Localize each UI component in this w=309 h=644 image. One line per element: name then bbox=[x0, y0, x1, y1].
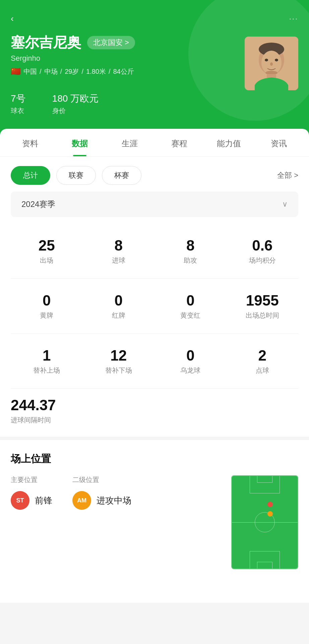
stat-minutes-num: 1955 bbox=[231, 292, 295, 309]
filter-row: 总计 联赛 杯赛 全部 > bbox=[11, 157, 298, 192]
stat-subin-desc: 替补上场 bbox=[15, 366, 79, 375]
tab-ziliao[interactable]: 资料 bbox=[5, 129, 55, 156]
stat-subin-num: 1 bbox=[15, 347, 79, 364]
stat-owngoal-num: 0 bbox=[159, 347, 223, 364]
stat-assists-desc: 助攻 bbox=[159, 256, 223, 265]
filter-total[interactable]: 总计 bbox=[11, 166, 50, 185]
tab-shuju[interactable]: 数据 bbox=[55, 129, 105, 156]
stat-subin: 1 替补上场 bbox=[11, 338, 83, 384]
soccer-field bbox=[231, 475, 298, 569]
nationality: 中国 bbox=[23, 67, 37, 76]
jersey-stat: 7号 球衣 bbox=[11, 86, 25, 115]
market-label: 身价 bbox=[52, 106, 99, 115]
secondary-label: 二级位置 bbox=[72, 475, 131, 484]
filter-league[interactable]: 联赛 bbox=[56, 166, 96, 185]
secondary-col: 二级位置 AM 进攻中场 bbox=[72, 475, 131, 515]
position-title: 场上位置 bbox=[0, 440, 309, 475]
chevron-down-icon: ∨ bbox=[282, 200, 288, 209]
market-value: 180 万欧元 bbox=[52, 86, 99, 106]
main-content: 总计 联赛 杯赛 全部 > 2024赛季 ∨ 25 出场 8 进球 8 助攻 bbox=[0, 157, 309, 437]
value-unit: 万欧元 bbox=[68, 94, 98, 104]
position-block: 场上位置 主要位置 ST 前锋 二级位置 AM bbox=[0, 437, 309, 583]
stat-minutes-desc: 出场总时间 bbox=[231, 311, 295, 320]
tabs-container: 资料 数据 生涯 赛程 能力值 资讯 总计 联赛 杯赛 全部 > 2024赛季 … bbox=[0, 129, 309, 437]
field-goal-bottom bbox=[257, 562, 272, 569]
stat-yellow2red-desc: 黄变红 bbox=[159, 311, 223, 320]
stat-penalty-desc: 点球 bbox=[231, 366, 295, 375]
am-name: 进攻中场 bbox=[97, 495, 131, 506]
stat-yellow: 0 黄牌 bbox=[11, 283, 83, 329]
attr-sep1: / bbox=[40, 68, 42, 75]
tab-bar: 资料 数据 生涯 赛程 能力值 资讯 bbox=[0, 129, 309, 157]
stat-subout-num: 12 bbox=[87, 347, 151, 364]
position-section: 主要位置 ST 前锋 二级位置 AM 进攻中场 bbox=[0, 475, 309, 583]
stat-red: 0 红牌 bbox=[83, 283, 155, 329]
avatar-image bbox=[245, 37, 298, 90]
stat-avg-score-desc: 场均积分 bbox=[231, 256, 295, 265]
interval-num: 244.37 bbox=[11, 397, 298, 414]
position-dot-am bbox=[267, 511, 273, 517]
hero-info: 塞尔吉尼奥 北京国安 > Serginho 🇨🇳 中国 / 中场 / 29岁 /… bbox=[11, 33, 245, 115]
jersey-sub: 球衣 bbox=[11, 106, 25, 115]
tab-shengya[interactable]: 生涯 bbox=[105, 129, 154, 156]
stat-assists-num: 8 bbox=[159, 237, 223, 254]
player-avatar bbox=[245, 37, 298, 90]
more-button[interactable]: ··· bbox=[289, 14, 298, 23]
name-row: 塞尔吉尼奥 北京国安 > bbox=[11, 33, 245, 52]
nav-bar: ‹ ··· bbox=[11, 13, 298, 24]
position-info: 主要位置 ST 前锋 二级位置 AM 进攻中场 bbox=[11, 475, 218, 515]
stat-red-desc: 红牌 bbox=[87, 311, 151, 320]
back-button[interactable]: ‹ bbox=[11, 13, 14, 24]
jersey-label: 号 bbox=[16, 93, 25, 104]
svg-point-3 bbox=[261, 51, 282, 75]
am-badge: AM bbox=[72, 491, 91, 510]
height: 1.80米 bbox=[86, 67, 106, 76]
tab-zixun[interactable]: 资讯 bbox=[254, 129, 304, 156]
pos-item-st: ST 前锋 bbox=[11, 491, 52, 510]
attr-sep2: / bbox=[60, 68, 62, 75]
svg-point-1 bbox=[259, 45, 284, 75]
stat-appearances: 25 出场 bbox=[11, 228, 83, 274]
stats-row-3: 1 替补上场 12 替补下场 0 乌龙球 2 点球 bbox=[11, 338, 298, 384]
stat-goals-desc: 进球 bbox=[87, 256, 151, 265]
bottom-spacer bbox=[0, 583, 309, 603]
stats-row-1: 25 出场 8 进球 8 助攻 0.6 场均积分 bbox=[11, 228, 298, 274]
divider-1 bbox=[11, 278, 298, 279]
stat-owngoal: 0 乌龙球 bbox=[154, 338, 227, 384]
position: 中场 bbox=[44, 67, 58, 76]
tab-nenglizhi[interactable]: 能力值 bbox=[204, 129, 254, 156]
tab-saicheng[interactable]: 赛程 bbox=[154, 129, 204, 156]
stat-red-num: 0 bbox=[87, 292, 151, 309]
svg-point-7 bbox=[265, 71, 277, 75]
interval-stat: 244.37 进球间隔时间 bbox=[11, 393, 298, 437]
divider-2 bbox=[11, 333, 298, 334]
flag-icon: 🇨🇳 bbox=[11, 67, 21, 76]
stat-subout-desc: 替补下场 bbox=[87, 366, 151, 375]
club-badge[interactable]: 北京国安 > bbox=[87, 36, 135, 49]
svg-point-4 bbox=[265, 59, 268, 61]
player-name: 塞尔吉尼奥 bbox=[11, 33, 81, 52]
svg-rect-0 bbox=[245, 37, 298, 90]
position-content: 主要位置 ST 前锋 二级位置 AM 进攻中场 bbox=[11, 475, 298, 569]
stat-penalty: 2 点球 bbox=[227, 338, 299, 384]
hero-main: 塞尔吉尼奥 北京国安 > Serginho 🇨🇳 中国 / 中场 / 29岁 /… bbox=[11, 33, 298, 115]
filter-cup[interactable]: 杯赛 bbox=[102, 166, 141, 185]
svg-point-5 bbox=[275, 59, 278, 61]
position-dot-st bbox=[267, 502, 273, 507]
stat-yellow2red: 0 黄变红 bbox=[154, 283, 227, 329]
hero-stats: 7号 球衣 180 万欧元 身价 bbox=[11, 86, 245, 115]
pos-item-am: AM 进攻中场 bbox=[72, 491, 131, 510]
latin-name: Serginho bbox=[11, 54, 245, 63]
field-goal-top bbox=[257, 476, 272, 483]
filter-all[interactable]: 全部 > bbox=[277, 170, 298, 180]
stat-penalty-num: 2 bbox=[231, 347, 295, 364]
stat-subout: 12 替补下场 bbox=[83, 338, 155, 384]
weight: 84公斤 bbox=[113, 67, 134, 76]
season-selector[interactable]: 2024赛季 ∨ bbox=[11, 192, 298, 217]
primary-label: 主要位置 bbox=[11, 475, 52, 484]
stat-minutes: 1955 出场总时间 bbox=[227, 283, 299, 329]
divider-3 bbox=[11, 388, 298, 389]
value-stat: 180 万欧元 身价 bbox=[52, 86, 99, 115]
svg-rect-8 bbox=[267, 74, 276, 84]
stats-row-2: 0 黄牌 0 红牌 0 黄变红 1955 出场总时间 bbox=[11, 283, 298, 329]
